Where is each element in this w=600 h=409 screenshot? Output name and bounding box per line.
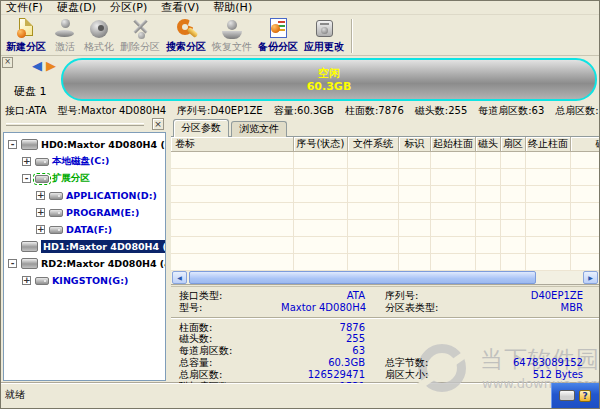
keyboard-icon[interactable]	[559, 390, 575, 401]
detail-row: 每道扇区数: 63	[171, 345, 599, 357]
detail-label: 总字节数:	[365, 357, 475, 369]
tree-item-hd1-selected[interactable]: HD1:Maxtor 4D080H4 (60GB)	[4, 238, 165, 255]
expander-icon[interactable]: -	[8, 140, 17, 149]
detail-row: 附加扇区数: 1531	[171, 381, 599, 383]
tree-item-hd0[interactable]: - HD0:Maxtor 4D080H4 (76GB)	[4, 136, 165, 153]
search-partition-button[interactable]: 搜索分区	[163, 17, 209, 53]
partition-icon	[49, 209, 63, 217]
tree-item-rd2[interactable]: - RD2:Maxtor 4D080H4 (4GB)	[4, 255, 165, 272]
detail-value: 7876	[281, 322, 365, 334]
delete-partition-icon	[127, 17, 153, 41]
disk-info-capacity: 容量:60.3GB	[274, 105, 334, 116]
detail-label: 接口类型:	[171, 290, 281, 302]
menu-help[interactable]: 帮助(H)	[213, 1, 252, 14]
disk-panel-close-icon[interactable]: ×	[2, 57, 13, 68]
tree-item-local-c[interactable]: + 本地磁盘(C:)	[4, 153, 165, 170]
detail-value: 126529471	[281, 369, 365, 381]
disk-icon	[21, 139, 38, 150]
nav-forward-icon[interactable]: ▶	[46, 59, 56, 73]
expander-icon[interactable]: +	[22, 157, 31, 166]
col-end-head[interactable]: 磁头	[571, 137, 599, 152]
panel-grip-handle[interactable]	[6, 123, 144, 126]
status-bar: 就绪	[1, 383, 599, 408]
detail-label: 磁头数:	[171, 333, 281, 345]
menu-file[interactable]: 文件(F)	[6, 1, 43, 14]
tab-browse-files[interactable]: 浏览文件	[231, 121, 287, 137]
detail-row: 柱面数: 7876	[171, 322, 599, 334]
expander-icon[interactable]: -	[22, 174, 31, 183]
apply-changes-button[interactable]: 应用更改	[301, 17, 347, 53]
scrollbar-thumb[interactable]	[189, 271, 536, 284]
delete-partition-label: 删除分区	[120, 41, 160, 53]
partition-detail-panel: 分区参数 浏览文件 卷标 序号(状态) 文件系统 标识 起始柱面 磁头 扇区 终…	[171, 116, 599, 383]
disk-title: 硬盘 1	[14, 84, 47, 99]
disk-panel: × ◀ ▶ 硬盘 1 空闲 60.3GB	[1, 56, 599, 105]
disk-icon	[21, 241, 38, 252]
col-end-cylinder[interactable]: 终止柱面	[526, 137, 571, 152]
disk-info-heads: 磁头数:255	[415, 105, 467, 116]
col-sector[interactable]: 扇区	[501, 137, 526, 152]
delete-partition-button: 删除分区	[117, 17, 163, 53]
tab-strip: 分区参数 浏览文件	[173, 118, 289, 136]
tree-item-label: 本地磁盘(C:)	[52, 155, 109, 168]
expander-icon[interactable]: +	[36, 191, 45, 200]
disk-space-bar[interactable]: 空闲 60.3GB	[61, 58, 597, 101]
help-icon[interactable]: ?	[579, 390, 591, 402]
disk-info-serial: 序列号:D40EP1ZE	[177, 105, 263, 116]
expander-icon[interactable]: +	[36, 208, 45, 217]
detail-label: 序列号:	[365, 290, 475, 302]
tree-item-label: PROGRAM(E:)	[66, 207, 139, 218]
partition-icon	[35, 158, 49, 166]
detail-value: 1531	[281, 381, 365, 383]
col-head[interactable]: 磁头	[476, 137, 501, 152]
detail-row: 总扇区数: 126529471 扇区大小: 512 Bytes	[171, 369, 599, 381]
new-partition-button[interactable]: 新建分区	[3, 17, 49, 53]
tree-item-extended[interactable]: - 扩展分区	[4, 170, 165, 187]
taskbar-fragment: ?	[551, 383, 599, 408]
detail-label: 每道扇区数:	[171, 345, 281, 357]
detail-value: ATA	[281, 290, 365, 302]
detail-value: D40EP1ZE	[475, 290, 583, 302]
horizontal-scrollbar[interactable]: ◀ ▶	[171, 271, 599, 285]
detail-label: 型号:	[171, 302, 281, 314]
tree-item-label: RD2:Maxtor 4D080H4 (4GB)	[41, 258, 166, 269]
detail-value: 60.3GB	[281, 357, 365, 369]
format-label: 格式化	[84, 41, 114, 53]
menu-view[interactable]: 查看(V)	[161, 1, 199, 14]
format-icon	[86, 17, 112, 41]
tree-item-program-e[interactable]: + PROGRAM(E:)	[4, 204, 165, 221]
menu-partition[interactable]: 分区(P)	[110, 1, 147, 14]
scroll-right-icon[interactable]: ▶	[583, 271, 598, 284]
toolbar-separator	[351, 19, 353, 53]
disk-info-model: 型号:Maxtor 4D080H4	[58, 105, 166, 116]
tab-partition-params[interactable]: 分区参数	[173, 119, 229, 137]
disk-info-cylinders: 柱面数:7876	[345, 105, 404, 116]
disk-info-sectors-per-track: 每道扇区数:63	[478, 105, 544, 116]
space-size-label: 60.3GB	[307, 80, 352, 93]
expander-icon[interactable]: +	[36, 225, 45, 234]
expander-icon[interactable]: -	[8, 259, 17, 268]
detail-label: 分区表类型:	[365, 302, 475, 314]
new-partition-icon	[13, 17, 39, 41]
tree-item-kingston-g[interactable]: + KINGSTON(G:)	[4, 272, 165, 289]
scroll-left-icon[interactable]: ◀	[172, 271, 187, 284]
backup-partition-button[interactable]: 备份分区	[255, 17, 301, 53]
tree-item-data-f[interactable]: + DATA(F:)	[4, 221, 165, 238]
expander-icon[interactable]: +	[22, 276, 31, 285]
disk-info-total-sectors: 总扇区数:126529471	[555, 105, 599, 116]
menu-disk[interactable]: 硬盘(D)	[57, 1, 96, 14]
activate-button: 激活	[49, 17, 81, 53]
col-flag[interactable]: 标识	[399, 137, 431, 152]
table-header: 卷标 序号(状态) 文件系统 标识 起始柱面 磁头 扇区 终止柱面 磁头	[171, 136, 599, 152]
tree-panel-close-icon[interactable]: ×	[152, 118, 164, 130]
detail-row: 型号: Maxtor 4D080H4 分区表类型: MBR	[171, 302, 599, 314]
tree-item-application-d[interactable]: + APPLICATION(D:)	[4, 187, 165, 204]
col-filesystem[interactable]: 文件系统	[348, 137, 399, 152]
col-volume-label[interactable]: 卷标	[171, 137, 294, 152]
col-index-status[interactable]: 序号(状态)	[294, 137, 348, 152]
detail-value: Maxtor 4D080H4	[281, 302, 365, 314]
nav-back-icon[interactable]: ◀	[32, 59, 42, 73]
col-start-cylinder[interactable]: 起始柱面	[431, 137, 476, 152]
search-partition-label: 搜索分区	[166, 41, 206, 53]
disk-details-panel: 接口类型: ATA 序列号: D40EP1ZE 型号: Maxtor 4D080…	[171, 286, 599, 383]
